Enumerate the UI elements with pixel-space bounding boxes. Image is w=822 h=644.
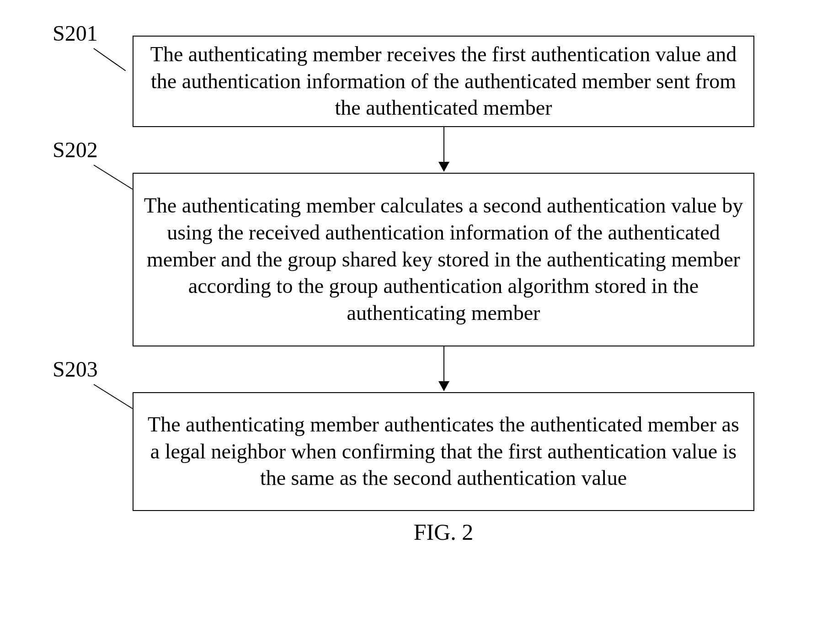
flow-box-s202: The authenticating member calculates a s… (133, 173, 754, 346)
flow-box-s203-text: The authenticating member authenticates … (143, 411, 744, 492)
flow-box-s203: The authenticating member authenticates … (133, 392, 754, 511)
flow-box-s202-text: The authenticating member calculates a s… (143, 192, 744, 327)
arrow-s201-to-s202 (443, 127, 444, 163)
connector-s203 (93, 384, 133, 409)
flow-box-s201-text: The authenticating member receives the f… (143, 41, 744, 122)
arrow-head-s202-to-s203 (438, 381, 449, 391)
connector-s201 (93, 48, 126, 71)
arrow-head-s201-to-s202 (438, 162, 449, 172)
arrow-s202-to-s203 (443, 346, 444, 382)
figure-caption: FIG. 2 (366, 519, 521, 545)
flow-box-s201: The authenticating member receives the f… (133, 36, 754, 127)
step-label-s201: S201 (53, 21, 98, 46)
connector-s202 (93, 165, 133, 190)
step-label-s202: S202 (53, 137, 98, 162)
step-label-s203: S203 (53, 357, 98, 382)
